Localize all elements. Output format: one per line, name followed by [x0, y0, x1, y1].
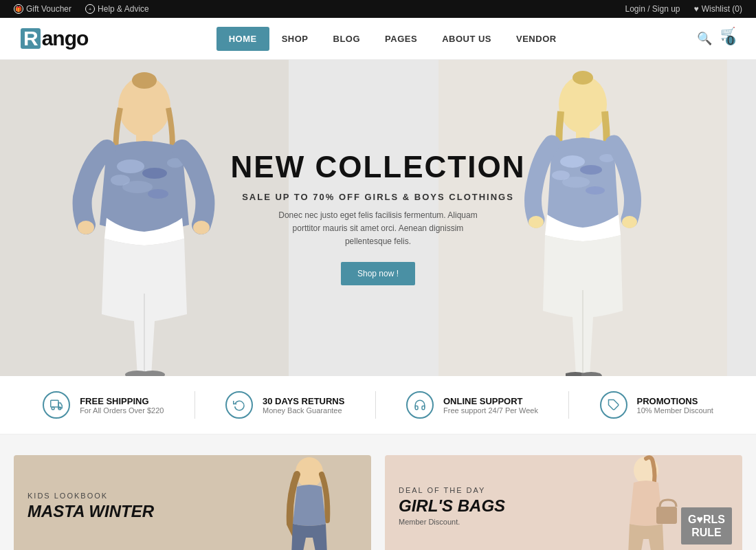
- promotions-text: PROMOTIONS 10% Member Discount: [637, 396, 713, 415]
- deal-banner-text: DEAL OF THE DAY GIRL'S BAGS Member Disco…: [385, 470, 519, 539]
- deal-title: GIRL'S BAGS: [399, 497, 505, 515]
- feature-promotions: PROMOTIONS 10% Member Discount: [600, 391, 713, 419]
- help-icon: +: [85, 4, 95, 14]
- girls-rule-text2: RULE: [688, 526, 725, 539]
- top-bar-left: 🎁 Gift Voucher + Help & Advice: [14, 4, 149, 14]
- svg-point-19: [560, 155, 585, 168]
- returns-subtitle: Money Back Guarantee: [263, 406, 344, 415]
- nav-blog[interactable]: BLOG: [321, 27, 373, 51]
- girls-rule-badge: G♥RLS RULE: [681, 507, 732, 544]
- header-icons: 🔍 🛒 0: [697, 26, 735, 51]
- hero-title: NEW COLLECTION: [231, 151, 526, 184]
- tag-icon: [600, 391, 627, 419]
- feature-support: ONLINE SUPPORT Free support 24/7 Per Wee…: [406, 391, 538, 419]
- refresh-icon: [225, 391, 253, 419]
- search-icon[interactable]: 🔍: [697, 31, 712, 46]
- hero-section: NEW COLLECTION SALE UP TO 70% OFF GIRLS …: [0, 60, 756, 376]
- returns-text: 30 DAYS RETURNS Money Back Guarantee: [263, 396, 344, 415]
- svg-rect-36: [656, 507, 677, 524]
- nav-pages[interactable]: PAGES: [373, 27, 430, 51]
- divider-1: [194, 391, 195, 419]
- girls-rule-text: G♥RLS: [688, 513, 725, 526]
- top-bar: 🎁 Gift Voucher + Help & Advice Login / S…: [0, 0, 756, 18]
- header: R ango HOME SHOP BLOG PAGES ABOUT US VEN…: [0, 18, 756, 60]
- kids-small-label: KIDS LOOKBOOK: [27, 492, 154, 500]
- support-title: ONLINE SUPPORT: [443, 396, 538, 406]
- support-text: ONLINE SUPPORT Free support 24/7 Per Wee…: [443, 396, 538, 415]
- login-label: Login / Sign up: [625, 4, 680, 14]
- cart-icon[interactable]: 🛒 0: [720, 26, 735, 51]
- deal-of-day-banner[interactable]: G♥RLS RULE DEAL OF THE DAY GIRL'S BAGS M…: [385, 455, 742, 550]
- divider-2: [375, 391, 376, 419]
- heart-icon: ♥: [694, 4, 699, 14]
- shipping-title: FREE SHIPPING: [80, 396, 164, 406]
- svg-point-20: [580, 165, 602, 175]
- help-advice-label: Help & Advice: [98, 4, 149, 14]
- features-bar: FREE SHIPPING For All Orders Over $220 3…: [0, 376, 756, 434]
- svg-point-29: [52, 407, 54, 410]
- truck-icon: [43, 391, 70, 419]
- main-nav: HOME SHOP BLOG PAGES ABOUT US VENDOR: [216, 27, 569, 51]
- shipping-subtitle: For All Orders Over $220: [80, 406, 164, 415]
- banners-section: KIDS LOOKBOOK MASTA WINTER: [0, 434, 756, 550]
- shipping-text: FREE SHIPPING For All Orders Over $220: [80, 396, 164, 415]
- logo[interactable]: R ango: [21, 27, 88, 50]
- svg-point-8: [111, 175, 130, 186]
- nav-home[interactable]: HOME: [216, 27, 269, 51]
- hero-description: Donec nec justo eget felis facilisis fer…: [275, 209, 481, 249]
- kids-model-figure: [247, 455, 371, 550]
- deal-small-label: DEAL OF THE DAY: [399, 486, 505, 494]
- hero-subtitle: SALE UP TO 70% OFF GIRLS & BOYS CLOTHING…: [231, 192, 526, 202]
- logo-letter: R: [21, 28, 41, 49]
- logo-text: ango: [42, 27, 89, 50]
- deal-description: Member Discount.: [399, 518, 505, 526]
- kids-lookbook-banner[interactable]: KIDS LOOKBOOK MASTA WINTER: [14, 455, 371, 550]
- svg-rect-28: [51, 400, 58, 407]
- top-bar-right: Login / Sign up ♥ Wishlist (0): [625, 4, 742, 14]
- nav-about[interactable]: ABOUT US: [430, 27, 504, 51]
- support-subtitle: Free support 24/7 Per Week: [443, 406, 538, 415]
- divider-3: [568, 391, 569, 419]
- help-advice-item[interactable]: + Help & Advice: [85, 4, 149, 14]
- gift-icon: 🎁: [14, 4, 23, 14]
- wishlist-label: Wishlist (0): [702, 4, 742, 14]
- promotions-title: PROMOTIONS: [637, 396, 713, 406]
- svg-point-22: [586, 186, 605, 195]
- svg-point-4: [117, 160, 144, 173]
- kids-title: MASTA WINTER: [27, 503, 154, 520]
- svg-point-2: [132, 72, 157, 89]
- kids-lookbook-text: KIDS LOOKBOOK MASTA WINTER: [14, 476, 168, 534]
- svg-point-7: [148, 189, 168, 199]
- svg-point-17: [572, 71, 593, 85]
- promotions-subtitle: 10% Member Discount: [637, 406, 713, 415]
- shop-now-button[interactable]: Shop now !: [341, 262, 415, 285]
- svg-point-26: [622, 216, 637, 228]
- wishlist-item[interactable]: ♥ Wishlist (0): [694, 4, 742, 14]
- feature-returns: 30 DAYS RETURNS Money Back Guarantee: [225, 391, 344, 419]
- login-item[interactable]: Login / Sign up: [625, 4, 680, 14]
- nav-shop[interactable]: SHOP: [269, 27, 321, 51]
- svg-point-5: [142, 168, 167, 179]
- gift-voucher-item[interactable]: 🎁 Gift Voucher: [14, 4, 71, 14]
- hero-content: NEW COLLECTION SALE UP TO 70% OFF GIRLS …: [203, 151, 553, 286]
- nav-vendor[interactable]: VENDOR: [504, 27, 569, 51]
- svg-point-23: [552, 170, 570, 180]
- headset-icon: [406, 391, 434, 419]
- feature-shipping: FREE SHIPPING For All Orders Over $220: [43, 391, 164, 419]
- cart-badge: 0: [726, 36, 735, 45]
- svg-point-10: [78, 221, 94, 234]
- returns-title: 30 DAYS RETURNS: [263, 396, 344, 406]
- gift-voucher-label: Gift Voucher: [26, 4, 71, 14]
